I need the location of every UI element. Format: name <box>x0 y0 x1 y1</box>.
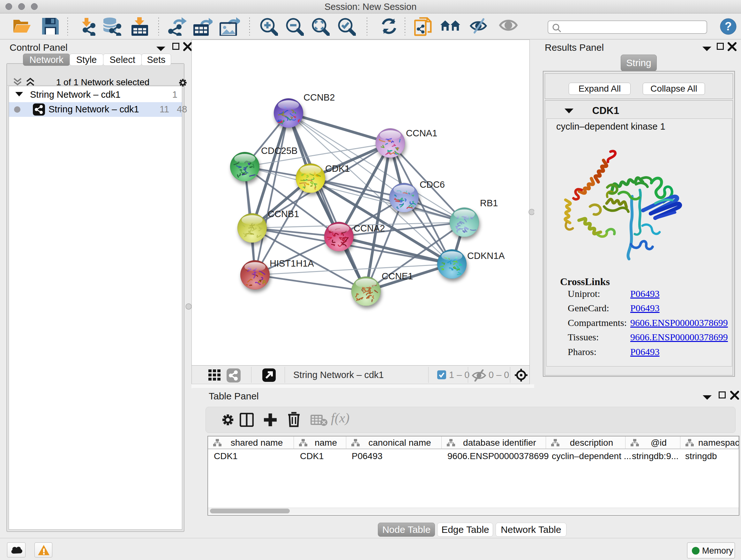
svg-text:CDKN1A: CDKN1A <box>467 251 505 261</box>
svg-text:?: ? <box>725 20 732 33</box>
svg-text:CCNB1: CCNB1 <box>268 209 299 219</box>
svg-text:CCNA1: CCNA1 <box>406 128 437 138</box>
svg-text:CDK1: CDK1 <box>325 164 350 174</box>
svg-text:CCNB2: CCNB2 <box>304 92 335 103</box>
svg-text:CCNA2: CCNA2 <box>354 223 385 233</box>
svg-text:CDC6: CDC6 <box>420 179 445 190</box>
svg-text:CDC25B: CDC25B <box>261 145 297 156</box>
svg-text:RB1: RB1 <box>480 198 498 208</box>
svg-text:HIST1H1A: HIST1H1A <box>270 258 314 268</box>
svg-text:CCNE1: CCNE1 <box>382 271 413 281</box>
